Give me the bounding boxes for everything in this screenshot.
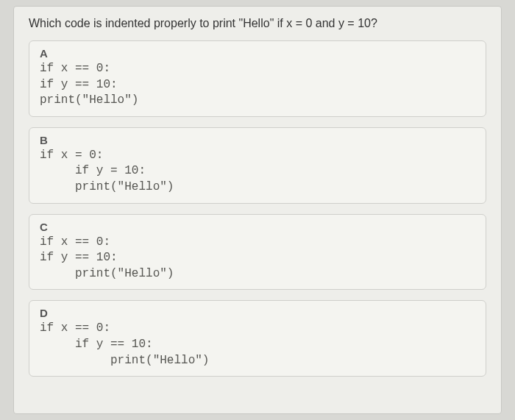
option-d-code: if x == 0: if y == 10: print("Hello") xyxy=(40,321,475,369)
option-a[interactable]: A if x == 0: if y == 10: print("Hello") xyxy=(29,40,486,117)
option-b[interactable]: B if x = 0: if y = 10: print("Hello") xyxy=(29,127,486,204)
option-c-label: C xyxy=(40,221,475,233)
option-c-code: if x == 0: if y == 10: print("Hello") xyxy=(40,235,475,282)
question-text: Which code is indented properly to print… xyxy=(29,17,486,30)
question-card: Which code is indented properly to print… xyxy=(13,6,502,414)
option-b-label: B xyxy=(40,134,475,146)
option-d[interactable]: D if x == 0: if y == 10: print("Hello") xyxy=(29,300,486,377)
option-a-code: if x == 0: if y == 10: print("Hello") xyxy=(40,61,475,109)
option-a-label: A xyxy=(40,47,475,60)
option-b-code: if x = 0: if y = 10: print("Hello") xyxy=(40,148,475,196)
option-c[interactable]: C if x == 0: if y == 10: print("Hello") xyxy=(29,214,486,291)
option-d-label: D xyxy=(40,307,475,319)
